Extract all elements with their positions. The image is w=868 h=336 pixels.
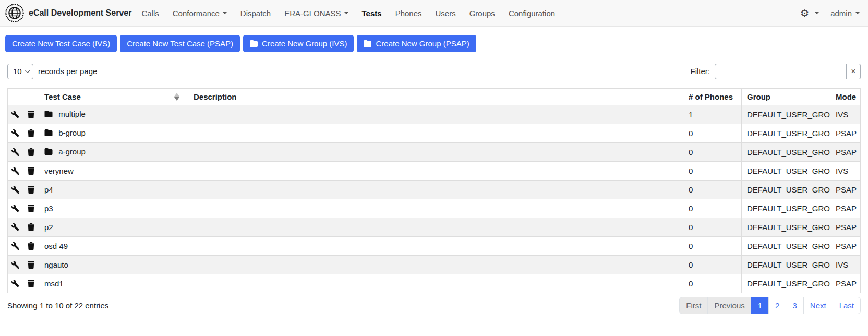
pagination-1[interactable]: 1: [751, 297, 769, 314]
group-cell: DEFAULT_USER_GROUP: [742, 162, 830, 181]
mode-cell: PSAP: [830, 124, 861, 143]
wrench-icon[interactable]: [11, 203, 20, 212]
header-delete-column: [23, 89, 39, 105]
page-size-select[interactable]: 10: [7, 64, 33, 79]
table-row: ngauto 0 DEFAULT_USER_GROUP IVS: [8, 256, 861, 274]
nav-item-conformance[interactable]: Conformance: [166, 6, 234, 21]
group-cell: DEFAULT_USER_GROUP: [742, 274, 830, 293]
folder-icon: [44, 148, 53, 157]
header-test-case[interactable]: Test Case: [39, 89, 188, 105]
nav-item-label: ERA-GLONASS: [284, 9, 341, 18]
description-cell: [188, 124, 683, 143]
trash-icon[interactable]: [27, 279, 35, 287]
test-case-name: p2: [44, 223, 53, 232]
wrench-icon[interactable]: [11, 222, 20, 231]
create-new-group-ivs--button[interactable]: Create New Group (IVS): [243, 35, 354, 52]
create-new-test-case-ivs--button[interactable]: Create New Test Case (IVS): [5, 35, 117, 52]
description-cell: [188, 199, 683, 218]
table-row: msd1 0 DEFAULT_USER_GROUP PSAP: [8, 274, 861, 293]
nav-items: Calls Conformance Dispatch ERA-GLONASS T…: [135, 6, 562, 21]
filter-clear-button[interactable]: ×: [847, 64, 861, 79]
description-cell: [188, 237, 683, 256]
filter-input[interactable]: [715, 64, 847, 79]
folder-icon: [250, 40, 258, 47]
trash-icon[interactable]: [27, 110, 35, 118]
test-case-name: multiple: [58, 110, 86, 118]
nav-item-calls[interactable]: Calls: [135, 6, 165, 21]
folder-icon: [364, 40, 371, 47]
table-row: multiple 1 DEFAULT_USER_GROUP IVS: [8, 105, 861, 124]
nav-item-label: Groups: [469, 9, 495, 18]
pagination-previous[interactable]: Previous: [707, 297, 751, 314]
pagination-first[interactable]: First: [679, 297, 708, 314]
nav-item-era-glonass[interactable]: ERA-GLONASS: [278, 6, 355, 21]
pagination-last[interactable]: Last: [833, 297, 861, 314]
test-case-table: Test Case Description # of Phones Group …: [7, 88, 861, 293]
nav-item-dispatch[interactable]: Dispatch: [234, 6, 278, 21]
create-new-group-psap--button[interactable]: Create New Group (PSAP): [357, 35, 476, 52]
user-dropdown[interactable]: admin: [830, 9, 860, 18]
pagination-2[interactable]: 2: [768, 297, 786, 314]
wrench-icon[interactable]: [11, 147, 20, 155]
create-new-test-case-psap--button[interactable]: Create New Test Case (PSAP): [120, 35, 240, 52]
brand[interactable]: eCall Development Server: [5, 4, 131, 22]
test-case-name: msd1: [44, 279, 64, 288]
mode-cell: PSAP: [830, 274, 861, 293]
trash-icon[interactable]: [27, 203, 35, 212]
group-cell: DEFAULT_USER_GROUP: [742, 256, 830, 274]
showing-entries-text: Showing 1 to 10 of 22 entries: [7, 301, 108, 310]
settings-dropdown[interactable]: ⚙: [800, 8, 819, 18]
nav-item-phones[interactable]: Phones: [389, 6, 429, 21]
description-cell: [188, 256, 683, 274]
table-header-row: Test Case Description # of Phones Group …: [8, 89, 861, 105]
wrench-icon[interactable]: [11, 279, 20, 287]
nav-item-tests[interactable]: Tests: [355, 6, 389, 21]
group-cell: DEFAULT_USER_GROUP: [742, 181, 830, 199]
chevron-down-icon: [25, 68, 30, 73]
test-case-name: a-group: [58, 147, 86, 156]
trash-icon[interactable]: [27, 147, 35, 155]
wrench-icon[interactable]: [11, 260, 20, 268]
mode-cell: IVS: [830, 105, 861, 124]
test-case-name: p4: [44, 185, 53, 194]
create-button-label: Create New Test Case (IVS): [12, 39, 110, 48]
group-cell: DEFAULT_USER_GROUP: [742, 199, 830, 218]
wrench-icon[interactable]: [11, 128, 20, 137]
num-phones-cell: 0: [683, 274, 742, 293]
header-mode: Mode: [830, 89, 861, 105]
group-cell: DEFAULT_USER_GROUP: [742, 237, 830, 256]
caret-down-icon: [223, 12, 227, 14]
wrench-icon[interactable]: [11, 110, 20, 118]
wrench-icon[interactable]: [11, 166, 20, 174]
trash-icon[interactable]: [27, 185, 35, 193]
num-phones-cell: 0: [683, 124, 742, 143]
pagination: First Previous 1 2 3 Next Last: [679, 297, 861, 314]
wrench-icon[interactable]: [11, 185, 20, 193]
num-phones-cell: 0: [683, 256, 742, 274]
trash-icon[interactable]: [27, 166, 35, 174]
pagination-3[interactable]: 3: [786, 297, 803, 314]
nav-item-configuration[interactable]: Configuration: [502, 6, 562, 21]
records-per-page-label: records per page: [38, 67, 97, 76]
table-row: p4 0 DEFAULT_USER_GROUP PSAP: [8, 181, 861, 199]
trash-icon[interactable]: [27, 222, 35, 231]
trash-icon[interactable]: [27, 128, 35, 137]
wrench-icon[interactable]: [11, 241, 20, 249]
page-size-value: 10: [13, 67, 22, 76]
gear-icon: ⚙: [800, 8, 809, 18]
pagination-next[interactable]: Next: [803, 297, 833, 314]
description-cell: [188, 274, 683, 293]
mode-cell: PSAP: [830, 218, 861, 237]
caret-down-icon: [344, 12, 348, 14]
trash-icon[interactable]: [27, 260, 35, 268]
test-case-name: p3: [44, 204, 53, 213]
table-body: multiple 1 DEFAULT_USER_GROUP IVS b-grou…: [8, 105, 861, 293]
folder-icon: [44, 110, 53, 119]
test-case-name: osd 49: [44, 242, 68, 250]
test-case-name: b-group: [58, 128, 86, 137]
trash-icon[interactable]: [27, 241, 35, 249]
nav-item-groups[interactable]: Groups: [463, 6, 502, 21]
num-phones-cell: 0: [683, 199, 742, 218]
mode-cell: PSAP: [830, 143, 861, 162]
nav-item-users[interactable]: Users: [429, 6, 463, 21]
